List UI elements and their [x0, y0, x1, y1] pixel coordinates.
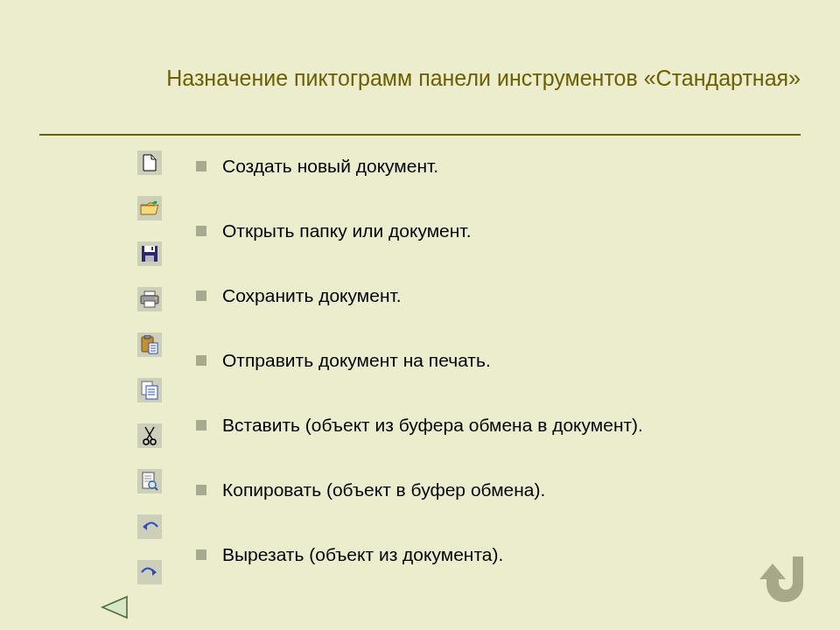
item-text: Открыть папку или документ. [222, 220, 472, 242]
list-item: Создать новый документ. [196, 156, 643, 177]
svg-point-21 [144, 439, 149, 444]
undo-icon [137, 514, 162, 539]
bullet-icon [196, 355, 206, 366]
svg-line-28 [155, 487, 158, 490]
svg-rect-2 [145, 256, 154, 262]
svg-rect-6 [144, 301, 155, 307]
svg-point-7 [155, 298, 157, 299]
description-list: Создать новый документ. Открыть папку ил… [196, 156, 643, 609]
svg-point-27 [149, 481, 156, 488]
list-item: Вставить (объект из буфера обмена в доку… [196, 415, 643, 436]
list-item: Вырезать (объект из документа). [196, 544, 643, 565]
svg-rect-4 [144, 291, 155, 296]
list-item: Открыть папку или документ. [196, 220, 643, 242]
title-divider [39, 134, 801, 136]
print-icon [137, 287, 162, 312]
bullet-icon [196, 485, 206, 495]
list-item: Сохранить документ. [196, 285, 643, 306]
item-text: Сохранить документ. [222, 285, 402, 306]
bullet-icon [196, 420, 206, 430]
slide-title: Назначение пиктограмм панели инструменто… [105, 66, 801, 91]
paste-icon [137, 332, 162, 357]
nav-back-button[interactable] [99, 595, 129, 620]
item-text: Отправить документ на печать. [222, 350, 491, 371]
item-text: Копировать (объект в буфер обмена). [222, 480, 545, 500]
toolbar-icon-column [137, 150, 162, 606]
item-text: Создать новый документ. [222, 156, 438, 177]
svg-rect-3 [151, 247, 153, 250]
redo-icon [137, 560, 162, 584]
save-icon [137, 242, 162, 266]
svg-rect-1 [144, 246, 155, 252]
print-preview-icon [137, 469, 162, 494]
nav-return-button[interactable] [758, 553, 808, 604]
bullet-icon [196, 550, 206, 560]
item-text: Вставить (объект из буфера обмена в доку… [222, 415, 643, 436]
copy-icon [137, 378, 162, 402]
svg-rect-9 [144, 335, 150, 339]
new-document-icon [137, 150, 162, 175]
list-item: Отправить документ на печать. [196, 350, 643, 371]
svg-point-22 [150, 439, 156, 444]
bullet-icon [196, 226, 206, 236]
open-folder-icon [137, 196, 162, 220]
cut-icon [137, 424, 162, 448]
bullet-icon [196, 290, 206, 301]
list-item: Копировать (объект в буфер обмена). [196, 480, 643, 500]
item-text: Вырезать (объект из документа). [222, 544, 503, 565]
bullet-icon [196, 161, 206, 172]
